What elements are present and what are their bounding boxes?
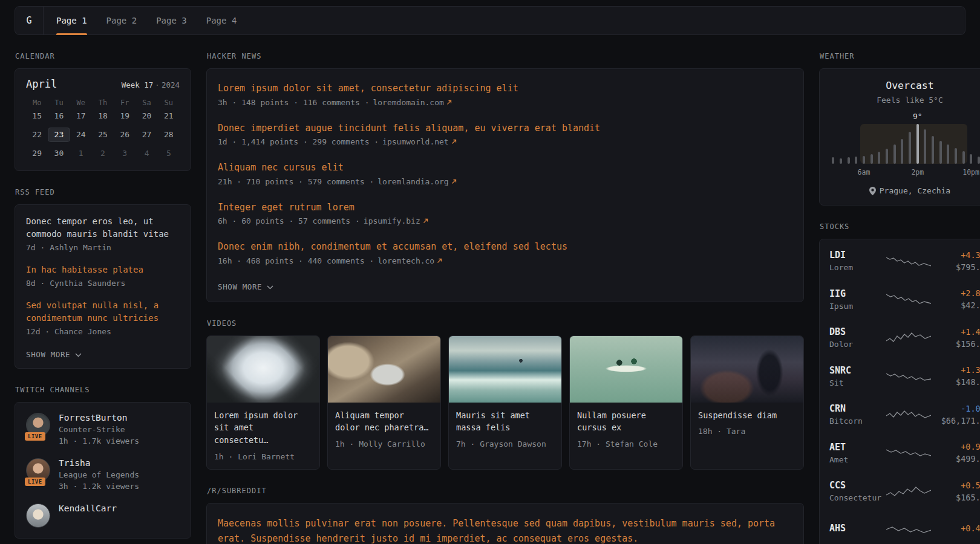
external-link-icon: [446, 100, 452, 105]
hn-domain-link[interactable]: loremtech.co: [377, 256, 442, 265]
weather-time-labels: 6am 2pm 10pm: [829, 168, 980, 177]
video-title: Nullam posuere cursus ex: [577, 409, 675, 435]
dow-label: Sa: [136, 99, 157, 109]
hn-domain: ipsumify.biz: [364, 216, 420, 225]
video-card[interactable]: Aliquam tempor dolor nec pharetra… 1h · …: [327, 335, 441, 470]
stock-symbol: DBS: [829, 326, 883, 337]
hn-item-meta: 16h · 468 points · 440 comments · loremt…: [218, 256, 792, 265]
hn-show-more-button[interactable]: SHOW MORE: [218, 282, 273, 291]
external-link-icon: [451, 179, 457, 184]
rss-item: Donec tempor eros leo, ut commodo mauris…: [26, 215, 180, 252]
channel-avatar: [26, 504, 50, 528]
video-thumbnail: [570, 336, 682, 403]
hn-domain-link[interactable]: loremdomain.com: [373, 98, 451, 107]
stock-row: IIG Ipsum +2.84% $42.04: [829, 280, 980, 319]
rss-show-more-button[interactable]: SHOW MORE: [26, 350, 82, 359]
video-card[interactable]: Lorem ipsum dolor sit amet consectetu… 1…: [206, 335, 320, 470]
rss-item-link[interactable]: Sed volutpat nulla nisl, a condimentum n…: [26, 300, 158, 323]
topbar: G Page 1 Page 2 Page 3 Page 4: [15, 6, 965, 35]
weather-hourly-chart: 9° 6am 2pm 10pm: [829, 112, 980, 177]
hn-item-link[interactable]: Lorem ipsum dolor sit amet, consectetur …: [218, 83, 518, 94]
calendar-widget: CALENDAR April Week 17·2024 Mo Tu We Th …: [15, 52, 191, 171]
video-thumbnail: [691, 336, 803, 403]
app-logo[interactable]: G: [15, 7, 44, 34]
videos-row: Lorem ipsum dolor sit amet consectetu… 1…: [206, 335, 804, 470]
stock-price: $499.72: [935, 454, 980, 464]
hn-item-link[interactable]: Donec enim nibh, condimentum et accumsan…: [218, 241, 567, 252]
subreddit-card: Maecenas mollis pulvinar erat non posuer…: [206, 503, 804, 544]
rss-item-link[interactable]: In hac habitasse platea: [26, 265, 143, 274]
hn-item-link[interactable]: Donec imperdiet augue tincidunt felis al…: [218, 123, 600, 134]
stock-change: +4.35%: [935, 250, 980, 260]
stock-row: AET Amet +0.92% $499.72: [829, 434, 980, 473]
hn-domain-link[interactable]: loremlandia.org: [377, 177, 456, 186]
tab-label: Page 2: [106, 16, 137, 25]
tab-label: Page 4: [206, 16, 237, 25]
rss-item-meta: 7d · Ashlyn Martin: [26, 243, 180, 252]
stock-symbol: LDI: [829, 250, 883, 261]
stock-sparkline: [883, 407, 935, 423]
video-card[interactable]: Mauris sit amet massa felis 7h · Grayson…: [448, 335, 562, 470]
stocks-widget: STOCKS LDI Lorem +4.35% $795.18: [819, 222, 980, 544]
hn-item: Aliquam nec cursus elit 21h · 710 points…: [218, 161, 792, 186]
calendar-day-next-month: 2: [92, 146, 114, 161]
dow-label: Mo: [26, 99, 48, 109]
tab-label: Page 1: [56, 16, 87, 25]
channel-info: ForrestBurton Counter-Strike 1h · 1.7k v…: [59, 413, 139, 445]
hn-item-meta: 6h · 60 points · 57 comments · ipsumify.…: [218, 216, 792, 225]
tab-page-3[interactable]: Page 3: [156, 7, 187, 34]
calendar-week-label: Week 17: [122, 80, 154, 89]
stocks-card: LDI Lorem +4.35% $795.18 IIG: [819, 239, 980, 544]
video-body: Nullam posuere cursus ex 17h · Stefan Co…: [570, 403, 682, 457]
twitch-channel-row[interactable]: KendallCarr: [26, 504, 180, 528]
weather-widget-title: WEATHER: [820, 52, 980, 60]
stock-name: Sit: [829, 378, 883, 387]
stock-symbol: IIG: [829, 288, 883, 299]
calendar-day: 18: [92, 109, 114, 123]
video-body: Aliquam tempor dolor nec pharetra… 1h · …: [328, 403, 440, 457]
calendar-week-year: Week 17·2024: [122, 80, 180, 89]
tab-page-4[interactable]: Page 4: [206, 7, 237, 34]
stock-name: Dolor: [829, 340, 883, 349]
hn-meta-text: 3h · 148 points · 116 comments ·: [218, 98, 369, 107]
dow-label: Th: [92, 99, 114, 109]
hn-item: Donec enim nibh, condimentum et accumsan…: [218, 240, 792, 265]
calendar-day-next-month: 3: [114, 146, 136, 161]
tab-page-2[interactable]: Page 2: [106, 7, 137, 34]
calendar-day: 28: [158, 128, 180, 142]
video-card[interactable]: Suspendisse diam 18h · Tara: [690, 335, 804, 470]
hn-domain-link[interactable]: ipsumify.biz: [364, 216, 428, 225]
calendar-day: 24: [70, 128, 92, 142]
stock-price: $42.04: [935, 300, 980, 310]
channel-avatar-wrap: LIVE: [26, 458, 50, 482]
weather-location: Prague, Czechia: [829, 186, 980, 195]
twitch-channel-row[interactable]: LIVE Trisha League of Legends 3h · 1.2k …: [26, 458, 180, 491]
calendar-day-headers: Mo Tu We Th Fr Sa Su: [26, 99, 180, 109]
channel-name: Trisha: [59, 458, 139, 468]
hn-item-link[interactable]: Integer eget rutrum lorem: [218, 202, 354, 213]
stock-sparkline: [883, 368, 935, 384]
twitch-widget: TWITCH CHANNELS LIVE ForrestBurton Count…: [15, 386, 191, 539]
rss-item: Sed volutpat nulla nisl, a condimentum n…: [26, 299, 180, 336]
calendar-day-next-month: 4: [136, 146, 157, 161]
subreddit-widget: /R/SUBREDDIT Maecenas mollis pulvinar er…: [206, 487, 804, 544]
calendar-day: 20: [136, 109, 157, 123]
stock-sparkline: [883, 330, 935, 346]
video-meta: 18h · Tara: [698, 427, 796, 436]
stock-values: +0.51% $165.84: [935, 481, 980, 502]
hn-domain-link[interactable]: ipsumworld.net: [382, 137, 457, 146]
left-column: CALENDAR April Week 17·2024 Mo Tu We Th …: [15, 35, 191, 539]
channel-info: Trisha League of Legends 3h · 1.2k viewe…: [59, 458, 139, 491]
stock-price: $148.64: [935, 377, 980, 387]
tab-page-1[interactable]: Page 1: [56, 7, 87, 34]
subreddit-item-link[interactable]: Maecenas mollis pulvinar erat non posuer…: [218, 518, 775, 544]
subreddit-item: Maecenas mollis pulvinar erat non posuer…: [218, 516, 792, 544]
hn-item-link[interactable]: Aliquam nec cursus elit: [218, 162, 344, 173]
stock-change: +2.84%: [935, 288, 980, 298]
stock-values: +1.36% $148.64: [935, 365, 980, 387]
twitch-channel-row[interactable]: LIVE ForrestBurton Counter-Strike 1h · 1…: [26, 413, 180, 445]
subreddit-widget-title: /R/SUBREDDIT: [207, 487, 804, 495]
video-card[interactable]: Nullam posuere cursus ex 17h · Stefan Co…: [569, 335, 683, 470]
rss-item-link[interactable]: Donec tempor eros leo, ut commodo mauris…: [26, 216, 169, 239]
rss-item-meta: 12d · Chance Jones: [26, 327, 180, 336]
